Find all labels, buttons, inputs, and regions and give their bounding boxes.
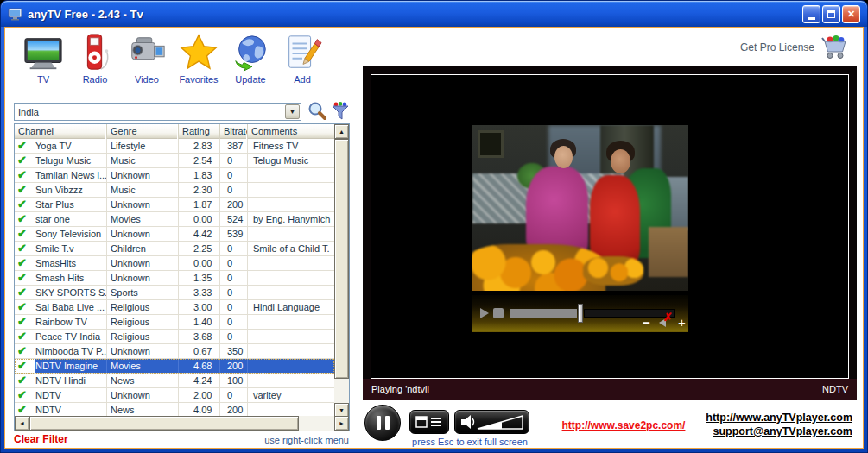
- column-header-channel[interactable]: Channel: [15, 124, 107, 139]
- column-header-comments[interactable]: Comments: [248, 124, 334, 139]
- seek-slider-handle[interactable]: [578, 304, 583, 323]
- toolbar-add-button[interactable]: Add: [276, 33, 328, 85]
- cell-rating: 4.24: [179, 374, 220, 387]
- cell-channel: Rainbow TV: [35, 315, 107, 329]
- cell-comments: [248, 227, 334, 241]
- table-row[interactable]: ✔ Sai Baba Live ... Religious 3.00 0 Hin…: [15, 300, 334, 315]
- channel-table-header[interactable]: Channel Genre Rating Bitrate Comments: [15, 124, 334, 139]
- table-row[interactable]: ✔ Peace TV India Religious 3.68 0: [15, 330, 334, 344]
- horizontal-scrollbar-thumb[interactable]: [29, 416, 299, 431]
- titlebar[interactable]: anyTV Free - 2.43 - Tv ✕: [1, 1, 867, 27]
- scroll-left-icon[interactable]: ◄: [15, 416, 29, 431]
- horizontal-scrollbar[interactable]: ◄ ►: [15, 416, 349, 431]
- anytvplayer-site-link[interactable]: http://www.anyTVplayer.com: [706, 411, 852, 425]
- cell-rating: 4.09: [179, 403, 220, 417]
- cell-rating: 0.67: [179, 344, 220, 358]
- cell-genre: Movies: [107, 212, 179, 226]
- table-row[interactable]: ✔ Smile T.v Children 2.25 0 Smile of a C…: [15, 242, 334, 256]
- cell-bitrate: 0: [220, 271, 248, 285]
- cell-bitrate: 200: [220, 403, 248, 417]
- seek-bar-filled[interactable]: [510, 309, 577, 318]
- cell-channel: Sony Television: [35, 227, 107, 241]
- cell-comments: [248, 403, 334, 417]
- table-row[interactable]: ✔ Smash Hits Unknown 1.35 0: [15, 271, 334, 286]
- check-icon: ✔: [15, 359, 35, 373]
- toolbar-radio-button[interactable]: Radio: [69, 33, 121, 85]
- funnel-filter-icon[interactable]: [330, 101, 351, 122]
- vertical-scrollbar-thumb[interactable]: [334, 139, 349, 379]
- cell-genre: Religious: [107, 300, 179, 314]
- table-row[interactable]: ✔ NDTV Imagine Movies 4.68 200: [15, 359, 334, 374]
- cell-rating: 2.25: [179, 242, 220, 255]
- playlist-mode-button[interactable]: [409, 410, 449, 434]
- table-row[interactable]: ✔ Rainbow TV Religious 1.40 0: [15, 315, 334, 330]
- clear-filter-button[interactable]: Clear Filter: [14, 433, 68, 445]
- video-icon: [127, 33, 167, 72]
- maximize-button[interactable]: [822, 5, 840, 23]
- toolbar-label: Radio: [83, 74, 108, 85]
- dropdown-arrow-icon[interactable]: ▼: [285, 104, 300, 119]
- cell-comments: [248, 344, 334, 358]
- get-pro-license[interactable]: Get Pro License: [740, 35, 851, 60]
- cell-bitrate: 387: [220, 139, 248, 153]
- toolbar-label: TV: [37, 74, 49, 85]
- cell-rating: 0.00: [179, 256, 220, 270]
- stop-icon[interactable]: [493, 308, 504, 318]
- cell-bitrate: 524: [220, 212, 248, 226]
- toolbar-favorites-button[interactable]: Favorites: [173, 33, 225, 85]
- cell-channel: NDTV: [35, 388, 107, 402]
- play-icon[interactable]: [480, 308, 489, 318]
- table-row[interactable]: ✔ Telugu Music Music 2.54 0 Telugu Music: [15, 154, 334, 168]
- cell-genre: Religious: [107, 330, 179, 343]
- toolbar-tv-button[interactable]: TV: [17, 33, 69, 85]
- table-row[interactable]: ✔ NDTV Unknown 2.00 0 varitey: [15, 388, 334, 403]
- table-row[interactable]: ✔ NDTV Hindi News 4.24 100: [15, 374, 334, 388]
- cell-comments: [248, 256, 334, 270]
- search-icon[interactable]: [307, 101, 327, 122]
- scroll-up-icon[interactable]: ▲: [334, 124, 349, 139]
- mute-icon[interactable]: ✗: [659, 318, 673, 328]
- table-row[interactable]: ✔ Tamilan News i... Unknown 1.83 0: [15, 168, 334, 183]
- column-header-genre[interactable]: Genre: [107, 124, 179, 139]
- vertical-scrollbar[interactable]: ▲ ▼: [334, 124, 349, 418]
- table-row[interactable]: ✔ Star Plus Unknown 1.87 200: [15, 198, 334, 212]
- table-row[interactable]: ✔ Sun Vibzzz Music 2.30 0: [15, 183, 334, 198]
- anytvplayer-support-link[interactable]: support@anyTVplayer.com: [706, 425, 852, 438]
- cell-channel: Star Plus: [35, 198, 107, 211]
- volume-down-icon[interactable]: −: [643, 315, 650, 330]
- toolbar-update-button[interactable]: Update: [225, 33, 276, 85]
- favorites-star-icon: [179, 33, 219, 72]
- vendor-links: http://www.anyTVplayer.com support@anyTV…: [706, 411, 852, 438]
- table-row[interactable]: ✔ Sony Television Unknown 4.42 539: [15, 227, 334, 242]
- close-button[interactable]: ✕: [842, 5, 860, 23]
- cell-comments: Hindi Language: [248, 300, 334, 314]
- cell-channel: Smash Hits: [35, 271, 107, 285]
- check-icon: ✔: [15, 271, 35, 285]
- table-row[interactable]: ✔ SKY SPORTS S... Sports 3.33 0: [15, 286, 334, 300]
- country-dropdown[interactable]: India ▼: [14, 103, 301, 121]
- cell-genre: Religious: [107, 315, 179, 329]
- cell-comments: [248, 183, 334, 197]
- save2pc-link[interactable]: http://www.save2pc.com/: [554, 419, 693, 431]
- shopping-cart-icon: [821, 35, 851, 60]
- cell-genre: Children: [107, 242, 179, 255]
- column-header-rating[interactable]: Rating: [179, 124, 220, 139]
- volume-up-icon[interactable]: +: [678, 315, 686, 330]
- video-screen[interactable]: − ✗ +: [371, 74, 849, 379]
- pause-button[interactable]: [364, 405, 401, 441]
- table-row[interactable]: ✔ SmasHits Unknown 0.00 0: [15, 256, 334, 271]
- get-pro-license-label: Get Pro License: [740, 41, 814, 53]
- table-row[interactable]: ✔ Yoga TV Lifestyle 2.83 387 Fitness TV: [15, 139, 334, 154]
- toolbar-video-button[interactable]: Video: [121, 33, 173, 85]
- player-status-bar: Playing 'ndtvii NDTV: [363, 379, 857, 400]
- column-header-bitrate[interactable]: Bitrate: [220, 124, 248, 139]
- scroll-right-icon[interactable]: ►: [334, 416, 349, 431]
- table-row[interactable]: ✔ star one Movies 0.00 524 by Eng. Hanym…: [15, 212, 334, 227]
- video-player-panel: − ✗ + Playing 'ndtvii NDTV: [363, 66, 857, 400]
- minimize-button[interactable]: [802, 5, 820, 23]
- check-icon: ✔: [15, 212, 35, 226]
- table-row[interactable]: ✔ Nimbooda TV P... Unknown 0.67 350: [15, 344, 334, 359]
- seek-bar-remaining[interactable]: [584, 309, 675, 318]
- cell-rating: 2.54: [179, 154, 220, 167]
- volume-button[interactable]: [454, 410, 529, 434]
